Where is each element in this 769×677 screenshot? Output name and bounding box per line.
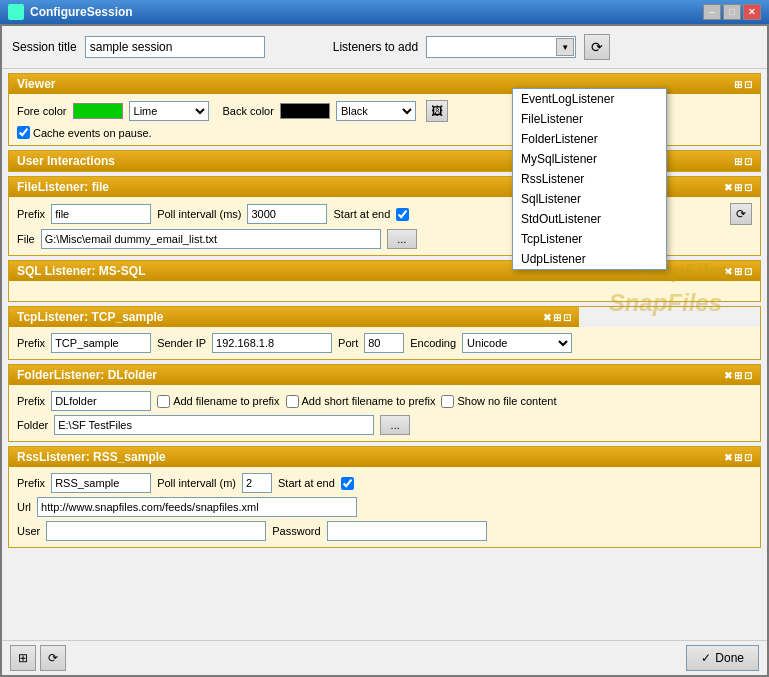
folder-prefix-input[interactable] — [51, 391, 151, 411]
folder-addfilename-checkbox[interactable] — [157, 395, 170, 408]
rss-prefix-input[interactable] — [51, 473, 151, 493]
tcp-grid1-icon[interactable]: ⊞ — [553, 312, 561, 323]
dropdown-item-udp[interactable]: UdpListener — [513, 249, 666, 269]
rss-start-checkbox[interactable] — [341, 477, 354, 490]
footer-bar: ⊞ ⟳ ✓ Done — [2, 640, 767, 675]
rss-grid1-icon[interactable]: ⊞ — [734, 452, 742, 463]
tcp-sender-input[interactable] — [212, 333, 332, 353]
folder-folder-label: Folder — [17, 419, 48, 431]
folder-prefix-label: Prefix — [17, 395, 45, 407]
rss-prefix-label: Prefix — [17, 477, 45, 489]
fore-color-select[interactable]: Lime — [129, 101, 209, 121]
fore-color-box — [73, 103, 123, 119]
maximize-button[interactable]: □ — [723, 4, 741, 20]
done-label: Done — [715, 651, 744, 665]
dropdown-item-mysql[interactable]: MySqlListener — [513, 149, 666, 169]
title-bar: ConfigureSession ─ □ ✕ — [0, 0, 769, 24]
back-label: Back color — [223, 105, 274, 117]
viewer-grid2-icon[interactable]: ⊡ — [744, 79, 752, 90]
viewer-grid1-icon[interactable]: ⊞ — [734, 79, 742, 90]
tcp-prefix-label: Prefix — [17, 337, 45, 349]
sql-watermark-body: SnapFiles — [579, 287, 752, 319]
rss-poll-input[interactable] — [242, 473, 272, 493]
title-controls[interactable]: ─ □ ✕ — [703, 4, 761, 20]
sql-grid1-icon[interactable]: ⊞ — [734, 266, 742, 277]
rss-user-label: User — [17, 525, 40, 537]
rss-password-input[interactable] — [327, 521, 487, 541]
tcp-delete-icon[interactable]: ✖ — [543, 312, 551, 323]
folder-addfilename-label[interactable]: Add filename to prefix — [157, 395, 279, 408]
fl-file-label: File — [17, 233, 35, 245]
fl-delete-icon[interactable]: ✖ — [724, 182, 732, 193]
cache-label: Cache events on pause. — [33, 127, 152, 139]
dropdown-item-tcp[interactable]: TcpListener — [513, 229, 666, 249]
rss-delete-icon[interactable]: ✖ — [724, 452, 732, 463]
ui-grid2-icon[interactable]: ⊡ — [744, 156, 752, 167]
fl-start-checkbox[interactable] — [396, 208, 409, 221]
tcp-listener-header[interactable]: TcpListener: TCP_sample ✖ ⊞ ⊡ — [9, 307, 579, 327]
ui-grid1-icon[interactable]: ⊞ — [734, 156, 742, 167]
folder-listener-icons: ✖ ⊞ ⊡ — [724, 370, 752, 381]
back-color-select[interactable]: Black — [336, 101, 416, 121]
listeners-combo[interactable] — [426, 36, 576, 58]
listeners-dropdown[interactable]: EventLogListener FileListener FolderList… — [512, 88, 667, 270]
session-label: Session title — [12, 40, 77, 54]
sql-grid2-icon[interactable]: ⊡ — [744, 266, 752, 277]
add-listener-button[interactable]: ⟳ — [584, 34, 610, 60]
folder-addshort-text: Add short filename to prefix — [302, 395, 436, 407]
fl-prefix-input[interactable] — [51, 204, 151, 224]
tcp-listener-title: TcpListener: TCP_sample — [17, 310, 163, 324]
sql-delete-icon[interactable]: ✖ — [724, 266, 732, 277]
fl-poll-input[interactable] — [247, 204, 327, 224]
tcp-encoding-select[interactable]: Unicode — [462, 333, 572, 353]
dropdown-item-stdout[interactable]: StdOutListener — [513, 209, 666, 229]
footer-btn2[interactable]: ⟳ — [40, 645, 66, 671]
cache-checkbox-label[interactable]: Cache events on pause. — [17, 126, 152, 139]
sql-listener-body: SnapFiles — [9, 281, 760, 301]
tcp-grid2-icon[interactable]: ⊡ — [563, 312, 571, 323]
rss-url-input[interactable] — [37, 497, 357, 517]
folder-grid1-icon[interactable]: ⊞ — [734, 370, 742, 381]
dropdown-item-eventlog[interactable]: EventLogListener — [513, 89, 666, 109]
rss-grid2-icon[interactable]: ⊡ — [744, 452, 752, 463]
folder-folder-input[interactable] — [54, 415, 374, 435]
file-listener-title: FileListener: file — [17, 180, 109, 194]
folder-nofile-text: Show no file content — [457, 395, 556, 407]
folder-addshort-label[interactable]: Add short filename to prefix — [286, 395, 436, 408]
viewer-icon-button[interactable]: 🖼 — [426, 100, 448, 122]
minimize-button[interactable]: ─ — [703, 4, 721, 20]
fl-refresh-button[interactable]: ⟳ — [730, 203, 752, 225]
rss-start-label: Start at end — [278, 477, 335, 489]
fl-grid2-icon[interactable]: ⊡ — [744, 182, 752, 193]
dropdown-item-rss[interactable]: RssListener — [513, 169, 666, 189]
folder-browse-button[interactable]: ... — [380, 415, 410, 435]
fl-browse-button[interactable]: ... — [387, 229, 417, 249]
rss-url-label: Url — [17, 501, 31, 513]
folder-nofile-checkbox[interactable] — [441, 395, 454, 408]
rss-listener-title: RssListener: RSS_sample — [17, 450, 166, 464]
cache-checkbox[interactable] — [17, 126, 30, 139]
rss-listener-row2: Url — [17, 497, 752, 517]
folder-nofile-label[interactable]: Show no file content — [441, 395, 556, 408]
session-input[interactable] — [85, 36, 265, 58]
done-button[interactable]: ✓ Done — [686, 645, 759, 671]
footer-btn1[interactable]: ⊞ — [10, 645, 36, 671]
main-window: Session title Listeners to add ▼ ⟳ Event… — [0, 24, 769, 677]
tcp-port-input[interactable] — [364, 333, 404, 353]
folder-grid2-icon[interactable]: ⊡ — [744, 370, 752, 381]
dropdown-item-folder[interactable]: FolderListener — [513, 129, 666, 149]
fl-file-input[interactable] — [41, 229, 381, 249]
footer-icon1: ⊞ — [18, 651, 28, 665]
close-button[interactable]: ✕ — [743, 4, 761, 20]
dropdown-item-file[interactable]: FileListener — [513, 109, 666, 129]
folder-delete-icon[interactable]: ✖ — [724, 370, 732, 381]
dropdown-item-sql[interactable]: SqlListener — [513, 189, 666, 209]
folder-listener-row1: Prefix Add filename to prefix Add short … — [17, 391, 752, 411]
rss-listener-header[interactable]: RssListener: RSS_sample ✖ ⊞ ⊡ — [9, 447, 760, 467]
rss-user-input[interactable] — [46, 521, 266, 541]
folder-addshort-checkbox[interactable] — [286, 395, 299, 408]
folder-listener-header[interactable]: FolderListener: DLfolder ✖ ⊞ ⊡ — [9, 365, 760, 385]
fl-grid1-icon[interactable]: ⊞ — [734, 182, 742, 193]
folder-listener-body: Prefix Add filename to prefix Add short … — [9, 385, 760, 441]
tcp-prefix-input[interactable] — [51, 333, 151, 353]
